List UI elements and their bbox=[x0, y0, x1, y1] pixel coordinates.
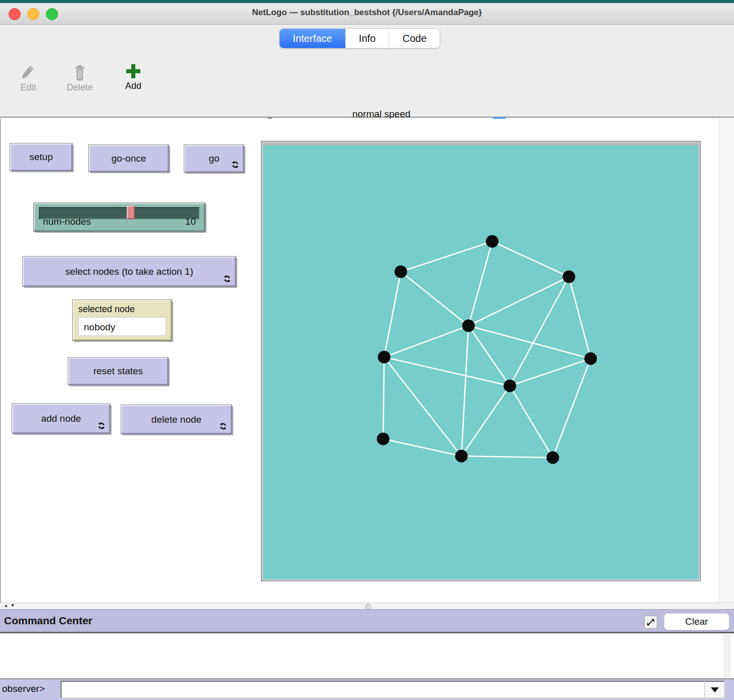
monitor-value: nobody bbox=[78, 317, 166, 336]
add-node-button[interactable]: add node bbox=[12, 404, 110, 433]
network-edge bbox=[468, 277, 569, 326]
network-node[interactable] bbox=[585, 353, 597, 365]
delete-node-button[interactable]: delete node bbox=[121, 405, 232, 434]
network-edge bbox=[384, 326, 468, 357]
tab-interface[interactable]: Interface bbox=[280, 29, 346, 48]
network-edge bbox=[569, 277, 591, 359]
command-center-title: Command Center bbox=[4, 615, 92, 627]
network-edge bbox=[401, 272, 468, 326]
setup-label: setup bbox=[29, 152, 53, 163]
splitter-arrows-icon[interactable]: ▲▼ bbox=[4, 603, 17, 608]
world-network bbox=[263, 145, 699, 579]
select-nodes-button[interactable]: select nodes (to take action 1) bbox=[23, 257, 236, 286]
command-center-header: Command Center Clear bbox=[0, 609, 734, 633]
network-edge bbox=[461, 386, 510, 456]
num-nodes-label: num-nodes bbox=[43, 216, 91, 227]
reset-states-label: reset states bbox=[93, 366, 143, 377]
go-button[interactable]: go bbox=[184, 145, 244, 172]
vertical-scrollbar[interactable] bbox=[719, 119, 734, 603]
tab-info[interactable]: Info bbox=[346, 29, 389, 48]
observer-bar: observer> bbox=[0, 678, 734, 700]
network-node[interactable] bbox=[377, 433, 390, 445]
network-node[interactable] bbox=[504, 380, 516, 392]
pencil-icon bbox=[21, 64, 36, 81]
network-node[interactable] bbox=[455, 450, 468, 463]
add-label: Add bbox=[125, 81, 141, 91]
network-node[interactable] bbox=[486, 235, 499, 248]
network-edge bbox=[492, 241, 569, 277]
close-button[interactable] bbox=[9, 8, 21, 20]
resize-arrows-icon bbox=[646, 618, 655, 627]
reset-states-button[interactable]: reset states bbox=[68, 358, 168, 385]
tab-group: Interface Info Code bbox=[279, 28, 440, 48]
go-once-button[interactable]: go-once bbox=[89, 145, 169, 172]
network-node[interactable] bbox=[395, 266, 407, 278]
add-button[interactable]: Add bbox=[120, 63, 146, 91]
speed-label: normal speed bbox=[304, 109, 458, 120]
observer-prompt: observer> bbox=[2, 683, 45, 694]
network-edge bbox=[383, 357, 384, 439]
zoom-button[interactable] bbox=[46, 8, 58, 20]
window-title: NetLogo — substitution_bestshot {/Users/… bbox=[76, 8, 658, 18]
network-node[interactable] bbox=[462, 320, 475, 332]
plus-icon bbox=[125, 63, 142, 80]
forever-icon bbox=[231, 161, 239, 169]
add-node-label: add node bbox=[41, 413, 81, 424]
monitor-label: selected node bbox=[78, 304, 166, 315]
detach-command-center-button[interactable] bbox=[644, 616, 657, 629]
command-input[interactable] bbox=[61, 681, 705, 698]
forever-icon bbox=[219, 422, 227, 430]
select-nodes-label: select nodes (to take action 1) bbox=[65, 266, 193, 277]
toolbar: Edit Delete Add abc Button normal speed … bbox=[0, 53, 734, 118]
network-edge bbox=[510, 386, 553, 458]
minimize-button[interactable] bbox=[27, 8, 39, 20]
world-view[interactable] bbox=[261, 141, 701, 581]
network-edge bbox=[401, 241, 492, 272]
titlebar[interactable]: NetLogo — substitution_bestshot {/Users/… bbox=[0, 3, 734, 25]
num-nodes-value: 10 bbox=[185, 216, 196, 227]
go-once-label: go-once bbox=[112, 153, 146, 164]
delete-label: Delete bbox=[67, 82, 93, 92]
network-node[interactable] bbox=[563, 271, 575, 283]
selected-node-monitor: selected node nobody bbox=[73, 300, 172, 340]
tab-bar: Interface Info Code bbox=[0, 25, 734, 53]
edit-button[interactable]: Edit bbox=[14, 64, 42, 93]
setup-button[interactable]: setup bbox=[10, 143, 72, 171]
network-node[interactable] bbox=[378, 351, 391, 364]
network-edge bbox=[553, 359, 591, 458]
command-history-button[interactable] bbox=[705, 681, 725, 698]
delete-button[interactable]: Delete bbox=[61, 64, 99, 93]
clear-button[interactable]: Clear bbox=[664, 613, 729, 630]
forever-icon bbox=[97, 422, 106, 430]
forever-icon bbox=[223, 275, 231, 283]
tab-code[interactable]: Code bbox=[389, 29, 440, 48]
command-center-splitter[interactable]: ▲▼ bbox=[0, 603, 734, 609]
chevron-down-icon bbox=[711, 687, 719, 692]
output-scrollbar[interactable] bbox=[724, 635, 730, 677]
network-edge bbox=[468, 241, 492, 326]
network-edge bbox=[461, 326, 468, 456]
network-edge bbox=[468, 326, 591, 359]
command-center-output[interactable] bbox=[0, 633, 734, 678]
go-label: go bbox=[208, 153, 219, 164]
delete-node-label: delete node bbox=[151, 414, 201, 425]
trash-icon bbox=[73, 64, 87, 81]
network-edge bbox=[461, 456, 553, 458]
num-nodes-slider[interactable]: num-nodes 10 bbox=[34, 203, 205, 231]
world-canvas[interactable] bbox=[263, 143, 699, 579]
network-edge bbox=[384, 272, 401, 357]
network-node[interactable] bbox=[547, 452, 559, 464]
edit-label: Edit bbox=[20, 82, 36, 92]
